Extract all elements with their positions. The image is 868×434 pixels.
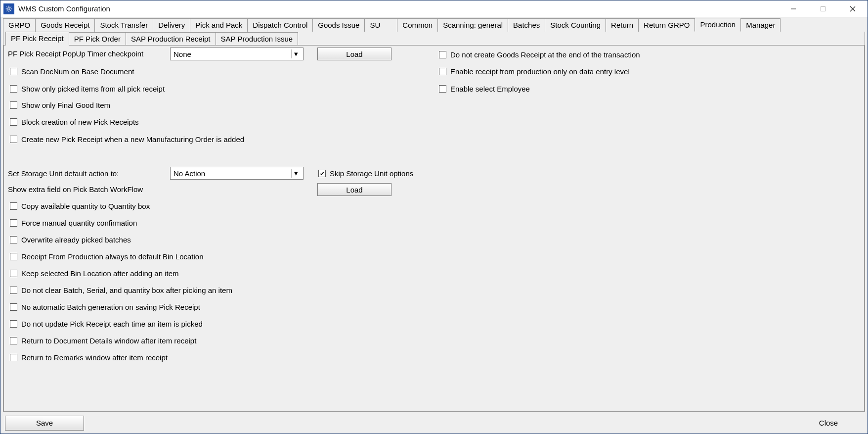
lbl-no-gr-end: Do not create Goods Receipt at the end o… <box>450 50 640 59</box>
chk-copy-qty[interactable] <box>10 202 17 210</box>
close-icon <box>849 5 856 12</box>
form-content: PF Pick Receipt PopUp Timer checkpoint N… <box>4 46 864 411</box>
titlebar: WMS Custom Configuration <box>0 0 868 17</box>
lbl-skip-su: Skip Storage Unit options <box>330 169 413 178</box>
lbl-return-doc-details: Return to Document Details window after … <box>21 337 196 345</box>
top-tab-su[interactable]: SU <box>364 18 397 32</box>
svg-rect-10 <box>821 6 825 11</box>
top-tab-delivery[interactable]: Delivery <box>153 18 190 32</box>
chk-no-auto-batch-gen[interactable] <box>10 303 17 311</box>
chk-keep-bin[interactable] <box>10 270 17 277</box>
chk-enable-receipt-prod[interactable] <box>439 68 446 75</box>
lbl-keep-bin: Keep selected Bin Location after adding … <box>21 269 179 278</box>
chk-show-final-good[interactable] <box>10 101 17 109</box>
su-select[interactable]: No Action ▾ <box>170 167 304 180</box>
maximize-icon <box>820 6 826 12</box>
lbl-receipt-default-bin: Receipt From Production always to defaul… <box>21 252 204 261</box>
chevron-down-icon: ▾ <box>291 49 300 58</box>
lbl-enable-select-emp: Enable select Employee <box>450 85 530 93</box>
sub-tab-pf-pick-receipt[interactable]: PF Pick Receipt <box>5 32 69 46</box>
chk-return-remarks[interactable] <box>10 354 17 361</box>
lbl-return-remarks: Return to Remarks window after item rece… <box>21 353 168 362</box>
footer: Save Close <box>1 412 867 434</box>
top-tab-stock-transfer[interactable]: Stock Transfer <box>94 18 153 32</box>
close-button[interactable]: Close <box>794 416 863 431</box>
chk-receipt-default-bin[interactable] <box>10 253 17 260</box>
popup-timer-value: None <box>174 50 191 58</box>
chk-no-clear-batch[interactable] <box>10 287 17 294</box>
popup-timer-select[interactable]: None ▾ <box>170 48 304 60</box>
svg-line-7 <box>6 10 7 11</box>
app-window: WMS Custom Configuration GRPOGoods Recei… <box>0 0 868 434</box>
top-tab-goods-issue[interactable]: Goods Issue <box>312 18 365 32</box>
lbl-create-new-pr-on-mo: Create new Pick Receipt when a new Manuf… <box>21 135 244 144</box>
sub-tab-sap-production-receipt[interactable]: SAP Production Receipt <box>126 32 216 46</box>
top-tab-stock-counting[interactable]: Stock Counting <box>545 18 606 32</box>
top-tab-return[interactable]: Return <box>606 18 639 32</box>
chk-no-update-pr[interactable] <box>10 320 17 328</box>
lbl-show-final-good: Show only Final Good Item <box>21 101 110 109</box>
popup-timer-label: PF Pick Receipt PopUp Timer checkpoint <box>8 49 143 58</box>
save-button[interactable]: Save <box>5 416 84 431</box>
sub-tab-row: PF Pick ReceiptPF Pick OrderSAP Producti… <box>3 32 865 46</box>
svg-line-8 <box>10 6 11 7</box>
top-tab-batches[interactable]: Batches <box>508 18 545 32</box>
chk-return-doc-details[interactable] <box>10 337 17 344</box>
lbl-scan-docnum: Scan DocNum on Base Document <box>21 67 134 76</box>
lbl-no-clear-batch: Do not clear Batch, Serial, and quantity… <box>21 286 232 294</box>
load-button-2[interactable]: Load <box>317 183 391 196</box>
top-panel: PF Pick ReceiptPF Pick OrderSAP Producti… <box>3 32 865 412</box>
chk-force-qty-confirm[interactable] <box>10 219 17 227</box>
lbl-enable-receipt-prod: Enable receipt from production only on d… <box>450 67 630 76</box>
chk-show-picked[interactable] <box>10 85 17 93</box>
su-label: Set Storage Unit default action to: <box>8 169 119 178</box>
close-window-button[interactable] <box>838 0 868 17</box>
top-tab-production[interactable]: Production <box>694 18 741 32</box>
top-tab-scanning-general[interactable]: Scanning: general <box>437 18 508 32</box>
lbl-show-picked: Show only picked items from all pick rec… <box>21 85 165 93</box>
lbl-overwrite-batches: Overwrite already picked batches <box>21 236 131 244</box>
sub-tab-sap-production-issue[interactable]: SAP Production Issue <box>216 32 299 46</box>
lbl-copy-qty: Copy available quantity to Quantity box <box>21 202 150 210</box>
lbl-no-auto-batch-gen: No automatic Batch generation on saving … <box>21 303 200 311</box>
top-tab-common[interactable]: Common <box>397 18 438 32</box>
minimize-icon <box>790 6 796 12</box>
lbl-force-qty-confirm: Force manual quantity confirmation <box>21 219 137 227</box>
chk-no-gr-end[interactable] <box>439 51 446 58</box>
top-tab-dispatch-control[interactable]: Dispatch Control <box>247 18 313 32</box>
sub-tab-pf-pick-order[interactable]: PF Pick Order <box>69 32 126 46</box>
svg-point-0 <box>8 7 10 10</box>
svg-line-5 <box>6 6 7 7</box>
app-icon <box>3 3 14 14</box>
extra-field-label: Show extra field on Pick Batch WorkFlow <box>8 185 143 193</box>
minimize-button[interactable] <box>779 0 808 17</box>
top-tab-row: GRPOGoods ReceiptStock TransferDeliveryP… <box>1 18 867 32</box>
chk-block-new-pr[interactable] <box>10 118 17 126</box>
svg-line-6 <box>10 10 11 11</box>
lbl-no-update-pr: Do not update Pick Receipt each time an … <box>21 320 203 328</box>
chk-scan-docnum[interactable] <box>10 68 17 75</box>
sub-panel: PF Pick Receipt PopUp Timer checkpoint N… <box>3 45 865 411</box>
chk-overwrite-batches[interactable] <box>10 236 17 243</box>
top-tab-return-grpo[interactable]: Return GRPO <box>638 18 695 32</box>
top-tab-grpo[interactable]: GRPO <box>3 18 36 32</box>
chk-skip-su[interactable] <box>318 170 326 177</box>
su-value: No Action <box>174 169 205 178</box>
top-tab-pick-and-pack[interactable]: Pick and Pack <box>190 18 248 32</box>
window-title: WMS Custom Configuration <box>18 4 110 13</box>
load-button-1[interactable]: Load <box>317 48 391 60</box>
chk-create-new-pr-on-mo[interactable] <box>10 136 17 143</box>
chevron-down-icon: ▾ <box>291 169 300 178</box>
top-tab-manager[interactable]: Manager <box>740 18 781 32</box>
top-tab-goods-receipt[interactable]: Goods Receipt <box>35 18 95 32</box>
maximize-button[interactable] <box>808 0 838 17</box>
chk-enable-select-emp[interactable] <box>439 85 446 93</box>
gear-icon <box>5 5 12 12</box>
lbl-block-new-pr: Block creation of new Pick Receipts <box>21 118 139 126</box>
